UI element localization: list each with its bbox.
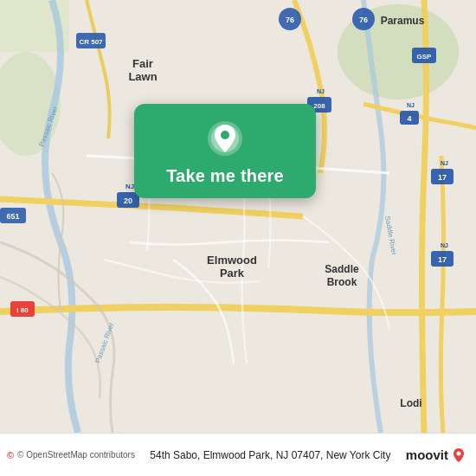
- svg-text:17: 17: [438, 255, 447, 264]
- svg-text:Park: Park: [220, 267, 245, 280]
- svg-text:20: 20: [124, 196, 132, 205]
- bottom-bar: © © OpenStreetMap contributors 54th Sabo…: [0, 433, 476, 476]
- map-background: 20 NJ 76 76 GSP 208 NJ 4 NJ 17 NJ 17 NJ …: [0, 0, 476, 433]
- svg-text:NJ: NJ: [441, 160, 448, 166]
- svg-text:CR 507: CR 507: [79, 38, 103, 46]
- moovit-logo: moovit: [406, 447, 467, 464]
- moovit-text: moovit: [406, 447, 448, 462]
- svg-text:4: 4: [407, 114, 411, 123]
- svg-text:I 80: I 80: [16, 306, 29, 314]
- callout-card: Take me there: [134, 104, 316, 198]
- svg-text:NJ: NJ: [441, 242, 448, 248]
- svg-text:NJ: NJ: [125, 183, 134, 190]
- svg-text:Saddle: Saddle: [325, 263, 359, 275]
- svg-text:651: 651: [6, 212, 19, 221]
- svg-point-44: [221, 131, 229, 139]
- svg-text:Lawn: Lawn: [128, 70, 157, 83]
- location-pin-icon: [206, 119, 244, 158]
- svg-text:GSP: GSP: [417, 53, 433, 61]
- svg-text:76: 76: [359, 16, 368, 24]
- svg-text:76: 76: [286, 16, 294, 24]
- svg-text:NJ: NJ: [317, 88, 325, 94]
- svg-text:Lodi: Lodi: [400, 397, 421, 409]
- osm-text: © OpenStreetMap contributors: [17, 450, 135, 460]
- svg-text:Brook: Brook: [327, 276, 357, 288]
- osm-logo: ©: [7, 450, 14, 460]
- address-label: 54th Sabo, Elmwood Park, NJ 07407, New Y…: [135, 449, 406, 461]
- svg-point-45: [457, 451, 461, 455]
- map-container: 20 NJ 76 76 GSP 208 NJ 4 NJ 17 NJ 17 NJ …: [0, 0, 476, 433]
- svg-text:Paramus: Paramus: [381, 15, 425, 27]
- svg-text:Fair: Fair: [132, 57, 153, 70]
- take-me-there-button[interactable]: Take me there: [166, 166, 284, 186]
- svg-text:17: 17: [438, 173, 447, 182]
- moovit-pin-icon: [450, 447, 467, 464]
- svg-text:NJ: NJ: [407, 102, 415, 108]
- svg-text:208: 208: [313, 102, 325, 110]
- osm-attribution: © © OpenStreetMap contributors: [7, 450, 135, 460]
- svg-text:Elmwood: Elmwood: [207, 254, 257, 267]
